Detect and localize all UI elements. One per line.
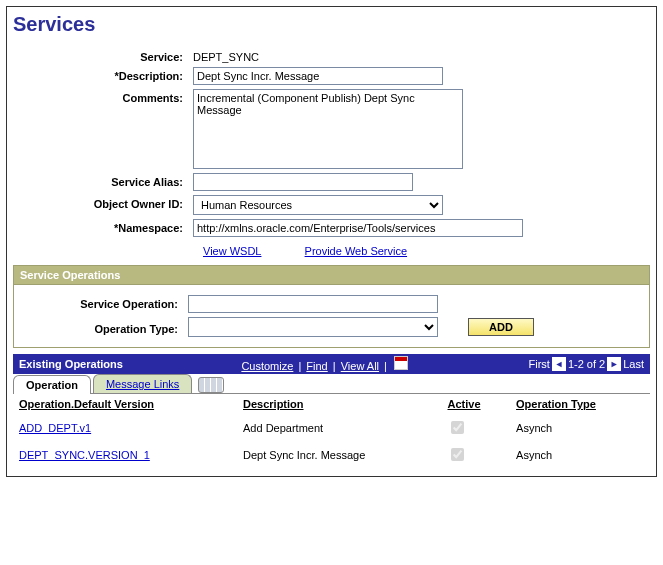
active-checkbox	[451, 421, 464, 434]
label-service-operation: Service Operation:	[18, 295, 188, 310]
page-title: Services	[13, 13, 650, 36]
prev-arrow-icon[interactable]: ◄	[552, 357, 566, 371]
tab-operation[interactable]: Operation	[13, 375, 91, 394]
value-service: DEPT_SYNC	[193, 48, 259, 63]
view-all-link[interactable]: View All	[341, 360, 379, 372]
download-icon[interactable]	[394, 356, 408, 370]
description-input[interactable]	[193, 67, 443, 85]
namespace-input[interactable]	[193, 219, 523, 237]
col-active[interactable]: Active	[441, 394, 510, 414]
operation-link[interactable]: DEPT_SYNC.VERSION_1	[19, 449, 150, 461]
cell-description: Add Department	[237, 414, 441, 441]
first-link[interactable]: First	[528, 358, 549, 370]
col-description[interactable]: Description	[237, 394, 441, 414]
add-button[interactable]: ADD	[468, 318, 534, 336]
active-checkbox	[451, 448, 464, 461]
table-row: DEPT_SYNC.VERSION_1 Dept Sync Incr. Mess…	[13, 441, 650, 468]
operation-link[interactable]: ADD_DEPT.v1	[19, 422, 91, 434]
customize-link[interactable]: Customize	[241, 360, 293, 372]
last-link[interactable]: Last	[623, 358, 644, 370]
cell-description: Dept Sync Incr. Message	[237, 441, 441, 468]
label-alias: Service Alias:	[13, 173, 193, 188]
cell-type: Asynch	[510, 441, 650, 468]
table-row: ADD_DEPT.v1 Add Department Asynch	[13, 414, 650, 441]
col-operation[interactable]: Operation.Default Version	[13, 394, 237, 414]
provide-web-service-link[interactable]: Provide Web Service	[305, 245, 408, 257]
operation-type-select[interactable]	[188, 317, 438, 337]
label-description: *Description:	[13, 67, 193, 82]
label-comments: Comments:	[13, 89, 193, 104]
label-namespace: *Namespace:	[13, 219, 193, 234]
service-operation-input[interactable]	[188, 295, 438, 313]
col-operation-type[interactable]: Operation Type	[510, 394, 650, 414]
owner-select[interactable]: Human Resources	[193, 195, 443, 215]
label-owner: Object Owner ID:	[13, 195, 193, 210]
comments-textarea[interactable]	[193, 89, 463, 169]
show-all-columns-icon[interactable]	[198, 377, 224, 393]
find-link[interactable]: Find	[306, 360, 327, 372]
view-wsdl-link[interactable]: View WSDL	[203, 245, 261, 257]
section-existing-operations: Existing Operations	[19, 358, 123, 370]
label-service: Service:	[13, 48, 193, 63]
cell-type: Asynch	[510, 414, 650, 441]
label-operation-type: Operation Type:	[18, 320, 188, 335]
alias-input[interactable]	[193, 173, 413, 191]
section-service-operations: Service Operations	[13, 265, 650, 284]
row-counter: 1-2 of 2	[568, 358, 605, 370]
tab-message-links[interactable]: Message Links	[93, 374, 192, 393]
next-arrow-icon[interactable]: ►	[607, 357, 621, 371]
